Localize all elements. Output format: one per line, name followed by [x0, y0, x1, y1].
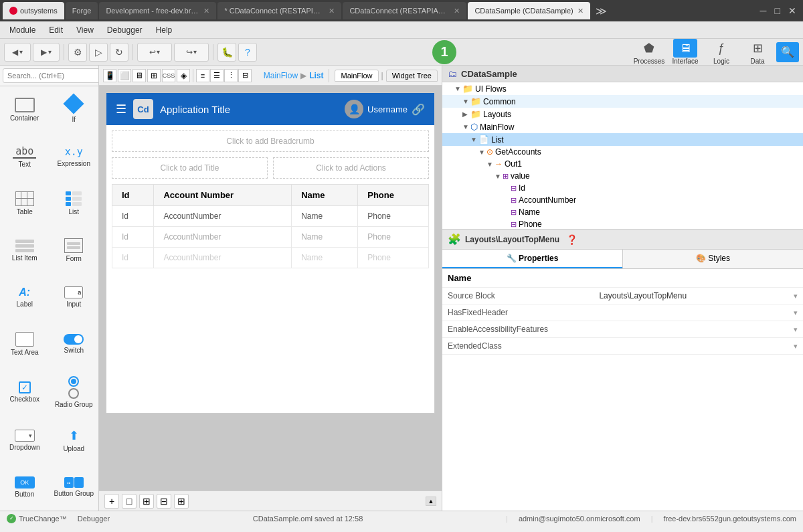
extendedclass-dropdown-arrow[interactable]: ▾ — [794, 342, 798, 351]
tab-development[interactable]: Development - free-dev.brs6552g... ✕ — [99, 2, 216, 19]
hamburger-icon[interactable]: ☰ — [116, 102, 126, 116]
server-status: free-dev.brs6552gun.getoutsystems.com — [663, 515, 796, 523]
tree-item-id[interactable]: ⊟ Id — [442, 182, 803, 194]
menu-debugger[interactable]: Debugger — [100, 23, 149, 37]
props-help-icon[interactable]: ❓ — [566, 234, 577, 245]
app-title: Application Title — [160, 104, 345, 115]
tree-item-name[interactable]: ⊟ Name — [442, 206, 803, 218]
tool-checkbox[interactable]: ✓ Checkbox — [0, 367, 50, 417]
tree-item-uiflows[interactable]: ▼ 📁 UI Flows — [442, 82, 803, 95]
tool-dropdown[interactable]: ▾ Dropdown — [0, 417, 50, 464]
accessibility-dropdown-arrow[interactable]: ▾ — [794, 325, 798, 334]
device-component[interactable]: ◈ — [177, 69, 190, 82]
tool-table[interactable]: Table — [0, 180, 50, 227]
align-right[interactable]: ⋮ — [224, 69, 238, 82]
tree-item-layouts[interactable]: ▶ 📁 Layouts — [442, 108, 803, 120]
user-menu-icon[interactable]: 🔗 — [412, 103, 425, 116]
tree-item-list[interactable]: ▼ 📄 List — [442, 133, 803, 146]
device-mobile[interactable]: 📱 — [103, 69, 116, 82]
redo-button[interactable]: ↪ ▾ — [174, 43, 209, 62]
tree-item-accountnumber[interactable]: ⊟ AccountNumber — [442, 194, 803, 206]
tab-new-button[interactable]: ≫ — [592, 5, 611, 17]
device-extra[interactable]: ⊞ — [147, 69, 161, 82]
debugger-status[interactable]: Debugger — [78, 515, 110, 523]
window-close[interactable]: ✕ — [784, 5, 800, 16]
tool-upload[interactable]: ⬆ Upload — [50, 417, 99, 464]
tool-switch[interactable]: Switch — [50, 321, 99, 367]
tool-list[interactable]: List — [50, 180, 99, 227]
canvas-zoom-out[interactable]: □ — [122, 494, 137, 509]
tab-close-3[interactable]: ✕ — [454, 7, 460, 15]
align-justify[interactable]: ⊟ — [238, 69, 252, 82]
align-left[interactable]: ≡ — [196, 69, 209, 82]
tool-container[interactable]: Container — [0, 86, 50, 133]
tool-form[interactable]: Form — [50, 227, 99, 274]
menu-view[interactable]: View — [70, 23, 100, 37]
tool-text[interactable]: abo Text — [0, 133, 50, 180]
back-button[interactable]: ◀ ▾ — [4, 43, 31, 62]
canvas-grid-button[interactable]: ⊞ — [139, 494, 154, 509]
logic-tool[interactable]: ƒ Logic — [704, 39, 739, 65]
device-css[interactable]: CSS — [162, 69, 175, 82]
breadcrumb-list[interactable]: List — [309, 71, 323, 80]
tab-close-4[interactable]: ✕ — [577, 7, 584, 15]
canvas-table-button[interactable]: ⊟ — [157, 494, 171, 509]
help-button[interactable]: ? — [238, 43, 257, 62]
tab-mainflow[interactable]: MainFlow — [335, 70, 378, 82]
align-center[interactable]: ☰ — [210, 69, 224, 82]
hasfixedheader-dropdown-arrow[interactable]: ▾ — [794, 308, 798, 317]
tool-listitem[interactable]: List Item — [0, 227, 50, 274]
tab-cdatasample[interactable]: CDataSample (CDataSample) ✕ — [468, 2, 590, 19]
tool-expression[interactable]: x.y Expression — [50, 133, 99, 180]
data-tool[interactable]: ⊞ Data — [740, 39, 775, 65]
canvas-preview-button[interactable]: ⊞ — [174, 494, 189, 509]
tab-close-1[interactable]: ✕ — [203, 7, 209, 15]
search-input[interactable] — [3, 68, 99, 83]
tab-forge[interactable]: Forge — [66, 2, 98, 19]
tree-item-value[interactable]: ▼ ⊞ value — [442, 170, 803, 182]
tool-input[interactable]: a Input — [50, 274, 99, 321]
tab-styles[interactable]: 🎨 Styles — [622, 250, 803, 268]
tree-item-common[interactable]: ▼ 📁 Common — [442, 95, 803, 108]
breadcrumb-placeholder[interactable]: Click to add Breadcrumb — [112, 130, 429, 152]
sourceblock-dropdown-arrow[interactable]: ▾ — [794, 292, 798, 300]
window-minimize[interactable]: ─ — [756, 5, 771, 16]
actions-placeholder[interactable]: Click to add Actions — [273, 157, 429, 179]
username: Username — [367, 104, 408, 114]
scroll-up[interactable]: ▲ — [426, 497, 436, 506]
tool-radiogroup[interactable]: Radio Group — [50, 367, 99, 417]
refresh-button[interactable]: ↻ — [110, 43, 128, 62]
device-desktop[interactable]: 🖥 — [132, 69, 146, 82]
tab-cdataconnect2[interactable]: CDataConnect (RESTAPIAPP) ✕ — [343, 2, 466, 19]
window-maximize[interactable]: □ — [771, 5, 784, 16]
tool-button[interactable]: OK Button — [0, 464, 50, 511]
breadcrumb-mainflow[interactable]: MainFlow — [264, 71, 298, 80]
processes-tool[interactable]: ⬟ Processes — [632, 39, 666, 65]
tree-item-phone[interactable]: ⊟ Phone — [442, 218, 803, 230]
menu-edit[interactable]: Edit — [42, 23, 70, 37]
tool-label[interactable]: A: Label — [0, 274, 50, 321]
tool-if[interactable]: If — [50, 86, 99, 133]
tab-outsystems[interactable]: outsystems — [3, 2, 64, 19]
device-tablet[interactable]: ⬜ — [118, 69, 131, 82]
title-placeholder[interactable]: Click to add Title — [112, 157, 268, 179]
settings-button[interactable]: ⚙ — [68, 43, 87, 62]
tab-widget-tree[interactable]: Widget Tree — [386, 70, 438, 82]
tool-buttongroup[interactable]: •• Button Group — [50, 464, 99, 511]
add-widget-button[interactable]: + — [104, 494, 119, 509]
tree-item-mainflow[interactable]: ▼ ⬡ MainFlow — [442, 120, 803, 133]
tree-item-getaccounts[interactable]: ▼ ⊙ GetAccounts — [442, 146, 803, 158]
tab-close-2[interactable]: ✕ — [329, 7, 335, 15]
debug-config-button[interactable]: 🐛 — [217, 43, 236, 62]
menu-module[interactable]: Module — [3, 23, 42, 37]
tree-item-out1[interactable]: ▼ → Out1 — [442, 158, 803, 170]
forward-button[interactable]: ▶ ▾ — [33, 43, 60, 62]
undo-button[interactable]: ↩ ▾ — [137, 43, 172, 62]
tool-textarea[interactable]: Text Area — [0, 321, 50, 367]
publish-button[interactable]: ▷ — [89, 43, 108, 62]
tab-cdataconnect1[interactable]: * CDataConnect (RESTAPIAPP) ✕ — [217, 2, 341, 19]
interface-tool[interactable]: 🖥 Interface — [668, 39, 703, 65]
tab-properties[interactable]: 🔧 Properties — [442, 250, 622, 268]
search-tool[interactable]: 🔍 — [776, 42, 799, 62]
menu-help[interactable]: Help — [149, 23, 179, 37]
